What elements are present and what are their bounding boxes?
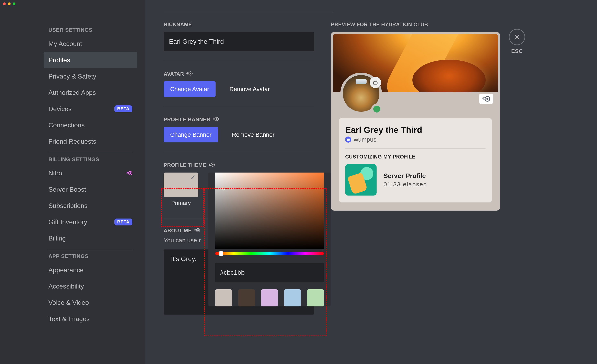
change-avatar-button[interactable]: Change Avatar — [164, 81, 216, 97]
preview-column: Preview for The Hydration Club — [331, 22, 502, 315]
button-label: Change Avatar — [170, 86, 209, 93]
sidebar-item-label: Accessibility — [48, 283, 84, 290]
sidebar-item-authorized-apps[interactable]: Authorized Apps — [44, 85, 137, 101]
sidebar-item-label: Gift Inventory — [48, 218, 87, 226]
svg-point-3 — [190, 73, 191, 74]
theme-row: Primary — [164, 172, 314, 206]
color-picker-popup — [208, 172, 330, 306]
sidebar-item-connections[interactable]: Connections — [44, 117, 137, 133]
label-text: About Me — [164, 228, 192, 233]
profile-theme-label: Profile Theme — [164, 162, 314, 168]
section-user-settings: User Settings — [48, 27, 137, 33]
sidebar-item-label: Appearance — [48, 266, 84, 274]
sidebar-item-accessibility[interactable]: Accessibility — [44, 278, 137, 294]
section-app-settings: App Settings — [48, 253, 137, 259]
sidebar-item-nitro[interactable]: Nitro — [44, 165, 137, 181]
sidebar-divider — [48, 250, 133, 250]
nickname-label: Nickname — [164, 22, 314, 27]
activity-title: Server Profile — [384, 172, 427, 180]
close-label: ESC — [511, 48, 523, 54]
profile-banner-label: Profile Banner — [164, 116, 314, 123]
label-text: Profile Banner — [164, 116, 210, 123]
remove-avatar-button[interactable]: Remove Avatar — [223, 81, 276, 97]
nitro-icon — [126, 170, 132, 177]
status-indicator — [371, 104, 382, 115]
button-label: Remove Banner — [232, 132, 275, 138]
sidebar-item-friend-requests[interactable]: Friend Requests — [44, 133, 137, 149]
nickname-input[interactable] — [164, 32, 314, 51]
hue-thumb[interactable] — [219, 251, 223, 256]
sidebar-item-voice-video[interactable]: Voice & Video — [44, 294, 137, 311]
sidebar-item-label: Subscriptions — [48, 202, 87, 209]
username-row: wumpus — [345, 136, 486, 143]
window-zoom-dot[interactable] — [13, 2, 16, 5]
sidebar-item-label: Connections — [48, 122, 85, 129]
close-button[interactable] — [509, 29, 525, 45]
close-icon — [513, 33, 521, 41]
section-divider — [164, 152, 314, 152]
color-presets — [208, 282, 330, 306]
section-billing-settings: Billing Settings — [48, 156, 137, 163]
pencil-icon — [190, 175, 196, 181]
color-preset-swatch[interactable] — [238, 289, 255, 306]
sidebar-item-gift-inventory[interactable]: Gift Inventory BETA — [44, 214, 137, 230]
settings-content: Nickname Avatar Change Avatar Remove Ava… — [145, 0, 597, 364]
settings-sidebar: User Settings My Account Profiles Privac… — [0, 0, 145, 364]
change-banner-button[interactable]: Change Banner — [164, 127, 218, 142]
sidebar-item-text-images[interactable]: Text & Images — [44, 311, 137, 327]
customizing-heading: Customizing My Profile — [345, 154, 486, 160]
color-satval-area[interactable] — [215, 172, 324, 249]
svg-point-12 — [487, 98, 488, 100]
window-close-dot[interactable] — [3, 2, 6, 5]
color-hex-input[interactable] — [215, 263, 324, 282]
color-preset-swatch[interactable] — [307, 289, 324, 306]
banner-button-row: Change Banner Remove Banner — [164, 127, 314, 142]
avatar-label: Avatar — [164, 71, 314, 77]
nitro-badge-pill — [479, 94, 493, 104]
sidebar-divider — [48, 153, 133, 153]
svg-rect-10 — [374, 82, 377, 85]
beta-badge: BETA — [114, 218, 132, 225]
about-me-value: It's Grey. — [171, 255, 196, 263]
color-hue-slider[interactable] — [215, 252, 324, 255]
sidebar-item-label: Devices — [48, 105, 72, 113]
remove-banner-button[interactable]: Remove Banner — [225, 127, 281, 142]
nitro-icon — [213, 116, 219, 123]
section-divider — [164, 61, 314, 61]
svg-point-5 — [216, 118, 218, 120]
color-preset-swatch[interactable] — [215, 289, 232, 306]
username: wumpus — [354, 136, 377, 143]
sidebar-item-server-boost[interactable]: Server Boost — [44, 181, 137, 198]
window-traffic-lights — [3, 2, 16, 5]
edit-avatar-button[interactable] — [370, 77, 381, 88]
satval-thumb[interactable] — [222, 188, 225, 190]
color-preset-swatch[interactable] — [284, 289, 301, 306]
button-label: Remove Avatar — [229, 86, 270, 93]
sidebar-item-subscriptions[interactable]: Subscriptions — [44, 198, 137, 214]
nitro-icon — [187, 71, 193, 77]
card-divider — [345, 148, 486, 148]
activity-elapsed: 01:33 elapsed — [384, 181, 427, 188]
sidebar-item-privacy[interactable]: Privacy & Safety — [44, 68, 137, 85]
window-minimize-dot[interactable] — [8, 2, 11, 5]
label-text: Profile Theme — [164, 162, 206, 168]
primary-swatch-wrap: Primary — [164, 172, 198, 206]
nitro-icon — [209, 162, 215, 168]
sidebar-item-billing[interactable]: Billing — [44, 230, 137, 246]
sidebar-item-devices[interactable]: Devices BETA — [44, 101, 137, 117]
sidebar-item-label: Server Boost — [48, 186, 86, 193]
button-label: Change Banner — [170, 132, 212, 138]
sidebar-item-label: Text & Images — [48, 315, 90, 323]
content-top-divider — [165, 12, 333, 12]
sidebar-item-appearance[interactable]: Appearance — [44, 262, 137, 278]
beta-badge: BETA — [114, 105, 132, 112]
nitro-icon — [194, 228, 200, 233]
label-text: Avatar — [164, 71, 184, 77]
sidebar-item-my-account[interactable]: My Account — [44, 36, 137, 52]
main-column: Nickname Avatar Change Avatar Remove Ava… — [164, 22, 314, 315]
primary-color-swatch[interactable] — [164, 172, 198, 197]
preview-heading: Preview for The Hydration Club — [331, 22, 502, 27]
section-divider — [164, 107, 314, 107]
color-preset-swatch[interactable] — [261, 289, 278, 306]
sidebar-item-profiles[interactable]: Profiles — [44, 52, 137, 68]
